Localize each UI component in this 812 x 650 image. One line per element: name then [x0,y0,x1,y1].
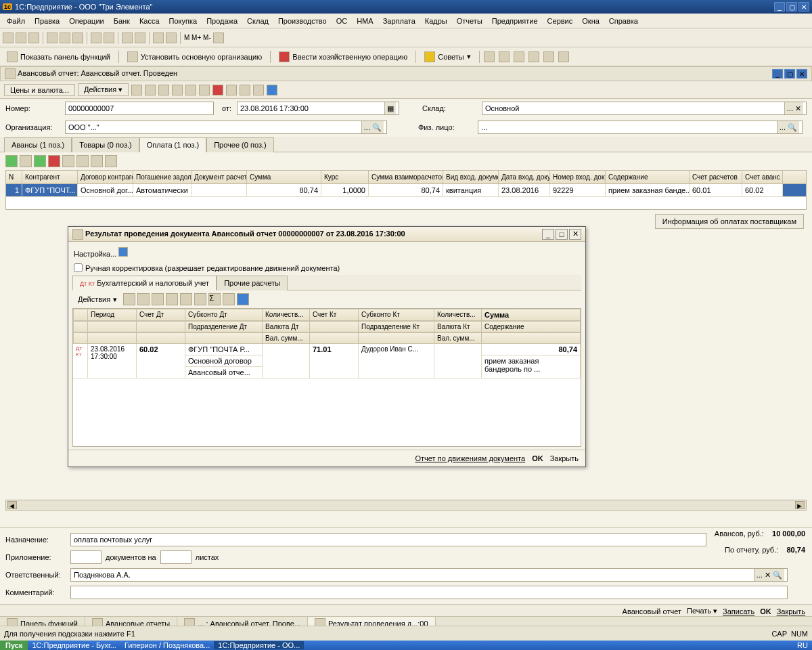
grid-edit-icon[interactable] [34,155,46,167]
menu-edit[interactable]: Правка [30,16,64,26]
menu-salary[interactable]: Зарплата [379,16,420,26]
d-sum-icon[interactable]: Σ [208,293,221,305]
menu-windows[interactable]: Окна [578,16,604,26]
grid-row-1[interactable]: 1 ФГУП "ПОЧТ... Основной дог... Автомати… [6,184,806,197]
grid-add-icon[interactable] [5,155,18,167]
doc-close[interactable]: ✕ [796,69,807,79]
close-button[interactable]: ✕ [798,2,809,12]
grid-down-icon[interactable] [76,155,89,167]
warehouse-select-button[interactable]: ... ✕ [784,102,803,114]
gh-cont[interactable]: Содержание [606,171,690,183]
menu-file[interactable]: Файл [3,16,29,26]
set-org-button[interactable]: Установить основную организацию [123,50,267,64]
taskbar-item-3[interactable]: 1С:Предприятие - ОО... [214,641,304,649]
d-edit-icon[interactable] [152,293,164,305]
menu-reports[interactable]: Отчеты [453,16,487,26]
t2-icon-4[interactable] [528,51,539,62]
date-picker-button[interactable]: ▦ [384,102,396,114]
redo-icon[interactable] [135,32,145,43]
tb-refresh-icon[interactable] [145,85,156,95]
gh-nin[interactable]: Номер вход. документа [550,171,606,183]
dialog-maximize[interactable]: □ [556,229,568,240]
report-button[interactable]: Авансовый отчет [623,607,681,615]
gh-contract[interactable]: Договор контрагента [78,171,133,183]
fiz-input[interactable]: ...... 🔍 [478,121,803,134]
print-icon[interactable] [91,32,102,43]
sgh-kt[interactable]: Счет Кт [310,309,359,321]
dialog-close-button[interactable]: Закрыть [550,454,579,462]
gh-accav[interactable]: Счет аванс [742,171,783,183]
close-doc-button[interactable]: Закрыть [777,607,805,615]
help-icon[interactable] [213,32,224,43]
ok-button[interactable]: OK [760,607,771,615]
enter-op-button[interactable]: Ввести хозяйственную операцию [275,50,411,64]
date-input[interactable]: 23.08.2016 17:30:00▦ [237,102,399,115]
sgh-dt[interactable]: Счет Дт [137,309,185,321]
report-movements-link[interactable]: Отчет по движениям документа [415,454,526,462]
dialog-tab-accounting[interactable]: Дт Кт Бухгалтерский и налоговый учет [72,276,217,290]
gh-rate[interactable]: Курс [321,171,369,183]
d-copy-icon[interactable] [137,293,150,305]
gh-pogash[interactable]: Погашение задолженности [133,171,191,183]
gh-contragent[interactable]: Контрагент [22,171,78,183]
taskbar-item-2[interactable]: Гиперион / Позднякова... [120,641,214,649]
responsible-select[interactable]: ... ✕ 🔍 [754,569,784,581]
tb-post-icon[interactable] [158,85,169,95]
t2-icon-2[interactable] [499,51,510,62]
lang-indicator[interactable]: RU [793,641,812,649]
menu-sale[interactable]: Продажа [202,16,242,26]
copy-icon[interactable] [60,32,70,43]
save-icon[interactable] [28,32,39,43]
gh-sum[interactable]: Сумма [247,171,321,183]
tb-movements-icon[interactable] [185,85,196,95]
actions-dropdown[interactable]: Действия ▾ [78,83,129,96]
tb-list-icon[interactable] [240,85,250,95]
show-panel-button[interactable]: Показать панель функций [3,50,114,64]
t2-icon-6[interactable] [558,51,569,62]
dialog-ok-button[interactable]: OK [532,454,543,462]
sgh-subkt[interactable]: Субконто Кт [359,309,434,321]
payment-grid[interactable]: N Контрагент Договор контрагента Погашен… [5,170,807,210]
advice-button[interactable]: Советы ▾ [420,50,474,64]
t2-icon-1[interactable] [484,51,495,62]
sgh-period[interactable]: Период [88,309,137,321]
taskbar-item-1[interactable]: 1С:Предприятие - Бухг... [28,641,120,649]
number-input[interactable]: 00000000007 [65,102,214,115]
fiz-select-button[interactable]: ... 🔍 [777,121,799,133]
dialog-minimize[interactable]: _ [542,229,554,240]
new-icon[interactable] [3,32,14,43]
d-refresh-icon[interactable] [223,293,235,305]
d-help-icon[interactable] [237,293,249,305]
org-input[interactable]: ООО "..."... 🔍 [65,121,387,134]
open-icon[interactable] [16,32,26,43]
grid-copy-icon[interactable] [20,155,32,167]
grid-up-icon[interactable] [62,155,74,167]
find-icon[interactable] [104,32,114,43]
gh-acc[interactable]: Счет расчетов [690,171,742,183]
gh-sumvz[interactable]: Сумма взаиморасчетов [369,171,443,183]
tab-payment[interactable]: Оплата (1 поз.) [139,137,206,152]
grid-delete-icon[interactable] [48,155,60,167]
gh-docr[interactable]: Документ расчетов [191,171,247,183]
tb-add-icon[interactable] [131,85,142,95]
undo-icon[interactable] [122,32,133,43]
info-payments-button[interactable]: Информация об оплатах поставщикам [655,214,804,229]
sgh-sum[interactable]: Сумма [482,309,581,321]
d-down-icon[interactable] [194,293,206,305]
grid-sort-asc-icon[interactable] [91,155,103,167]
dialog-tab-other[interactable]: Прочие расчеты [217,276,288,290]
menu-production[interactable]: Производство [274,16,331,26]
menu-purchase[interactable]: Покупка [165,16,202,26]
gh-din[interactable]: Дата вход. документа [499,171,550,183]
tb-help-icon[interactable] [267,85,277,95]
tb-dtkt-icon[interactable] [212,85,223,95]
sgh-subdt[interactable]: Субконто Дт [185,309,263,321]
doc-maximize[interactable]: ▢ [784,69,795,79]
menu-nma[interactable]: НМА [353,16,377,26]
calendar-icon[interactable] [166,32,177,43]
warehouse-input[interactable]: Основной... ✕ [482,102,807,115]
t2-icon-3[interactable] [514,51,524,62]
print-button[interactable]: Печать ▾ [687,607,717,615]
sgh-qty-dt[interactable]: Количеств... [263,309,310,321]
tb-go-icon[interactable] [199,85,210,95]
